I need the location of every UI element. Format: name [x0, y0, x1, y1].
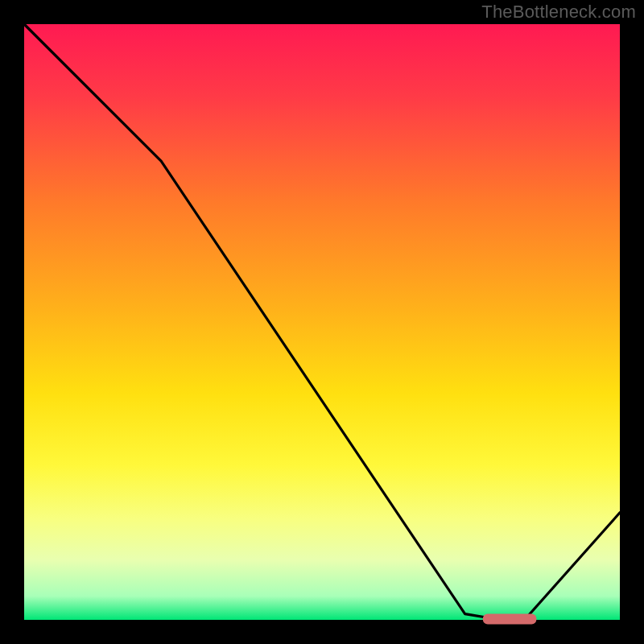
- watermark-text: TheBottleneck.com: [481, 2, 636, 23]
- optimal-marker: [483, 614, 537, 625]
- chart-container: TheBottleneck.com: [0, 0, 644, 644]
- bottleneck-chart: [0, 0, 644, 644]
